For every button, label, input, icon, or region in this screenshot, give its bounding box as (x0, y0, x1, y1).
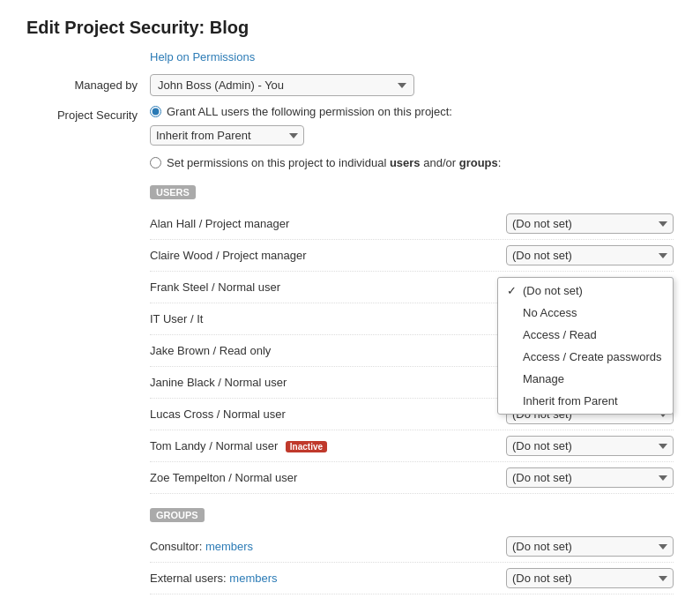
group-row-consultor: Consultor: members (Do not set)No Access… (150, 531, 674, 563)
project-security-options: Grant ALL users the following permission… (150, 105, 501, 176)
user-row-frank-steel: Frank Steel / Normal user (Do not set) ✓… (150, 272, 674, 303)
user-row-tom-landy: Tom Landy / Normal user Inactive (Do not… (150, 430, 674, 462)
grant-all-radio[interactable] (150, 106, 161, 117)
user-name: Zoe Tempelton / Normal user (150, 471, 506, 484)
user-name: Jake Brown / Read only (150, 344, 506, 357)
user-row: Zoe Tempelton / Normal user (Do not set)… (150, 462, 674, 494)
users-badge: USERS (150, 185, 196, 199)
groups-badge: GROUPS (150, 508, 205, 522)
dropdown-item-access-read[interactable]: Access / Read (498, 324, 673, 346)
dropdown-item-inherit[interactable]: Inherit from Parent (498, 390, 673, 412)
user-permission-select[interactable]: (Do not set)No AccessAccess / ReadAccess… (506, 436, 674, 456)
dropdown-item-label: Manage (523, 372, 564, 385)
help-link[interactable]: Help on Permissions (150, 50, 674, 64)
managed-by-select[interactable]: John Boss (Admin) - You (150, 74, 414, 96)
group-row-external: External users: members (Do not set)No A… (150, 563, 674, 594)
user-name: Janine Black / Normal user (150, 376, 506, 389)
user-permission-select[interactable]: (Do not set)No AccessAccess / ReadAccess… (506, 245, 674, 265)
grant-all-label: Grant ALL users the following permission… (167, 105, 452, 118)
managed-by-row: Managed by John Boss (Admin) - You (26, 74, 674, 96)
grant-all-radio-row: Grant ALL users the following permission… (150, 105, 501, 118)
page-title: Edit Project Security: Blog (26, 18, 674, 38)
frank-steel-select-container: (Do not set) ✓ (Do not set) No Access Ac… (506, 277, 674, 297)
user-permission-select[interactable]: (Do not set)No AccessAccess / ReadAccess… (506, 467, 674, 488)
individual-label: Set permissions on this project to indiv… (167, 156, 501, 169)
dropdown-item-access-create[interactable]: Access / Create passwords (498, 346, 673, 368)
user-name: Alan Hall / Project manager (150, 217, 506, 230)
external-members-link[interactable]: members (229, 572, 277, 585)
group-permission-select[interactable]: (Do not set)No AccessAccess / ReadAccess… (506, 536, 674, 557)
user-row: Alan Hall / Project manager (Do not set)… (150, 208, 674, 240)
user-name: Claire Wood / Project manager (150, 249, 506, 262)
user-permission-select[interactable]: (Do not set)No AccessAccess / ReadAccess… (506, 213, 674, 234)
dropdown-item-no-access[interactable]: No Access (498, 302, 673, 324)
user-name: Tom Landy / Normal user Inactive (150, 439, 506, 452)
dropdown-item-label: Access / Create passwords (523, 350, 662, 363)
consultor-members-link[interactable]: members (205, 540, 253, 553)
dropdown-item-manage[interactable]: Manage (498, 368, 673, 390)
user-row: Claire Wood / Project manager (Do not se… (150, 240, 674, 272)
inherit-select[interactable]: Inherit from Parent No Access Access / R… (150, 125, 304, 146)
dropdown-item-do-not-set[interactable]: ✓ (Do not set) (498, 280, 673, 302)
inactive-badge: Inactive (286, 441, 327, 452)
group-name: Consultor: members (150, 540, 506, 553)
individual-radio[interactable] (150, 157, 161, 168)
project-security-label: Project Security (26, 105, 150, 122)
dropdown-item-label: No Access (523, 306, 577, 319)
users-list: Alan Hall / Project manager (Do not set)… (26, 208, 674, 494)
dropdown-item-label: Inherit from Parent (523, 394, 618, 407)
managed-by-label: Managed by (26, 78, 150, 92)
individual-radio-row: Set permissions on this project to indiv… (150, 156, 501, 169)
groups-list: Consultor: members (Do not set)No Access… (26, 531, 674, 594)
user-name: Lucas Cross / Normal user (150, 407, 506, 421)
user-name: Frank Steel / Normal user (150, 280, 506, 294)
dropdown-item-label: (Do not set) (523, 284, 583, 297)
group-permission-select[interactable]: (Do not set)No AccessAccess / ReadAccess… (506, 568, 674, 588)
permission-dropdown: ✓ (Do not set) No Access Access / Read A… (497, 277, 674, 415)
group-name: External users: members (150, 572, 506, 585)
check-icon: ✓ (507, 284, 519, 297)
dropdown-item-label: Access / Read (523, 328, 597, 341)
user-name: IT User / It (150, 312, 506, 325)
project-security-row: Project Security Grant ALL users the fol… (26, 105, 674, 176)
